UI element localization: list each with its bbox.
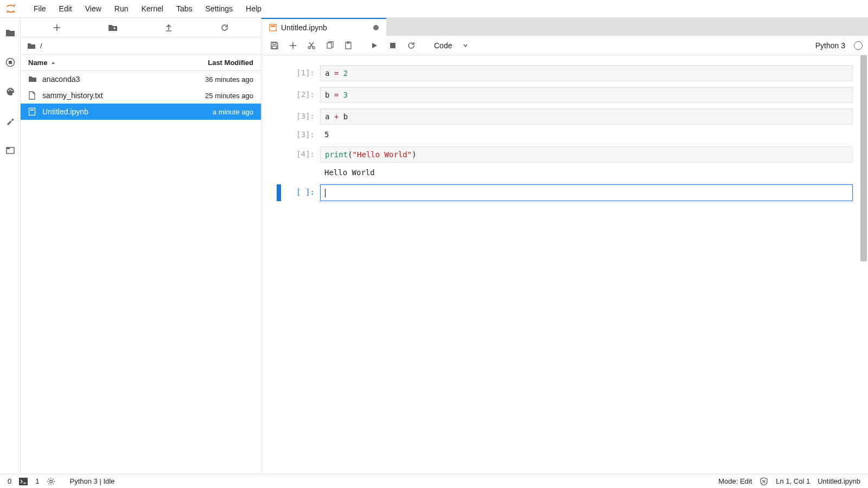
file-list-header[interactable]: Name Last Modified [21, 55, 261, 71]
file-modified: a minute ago [213, 108, 253, 116]
cell-bar [277, 87, 281, 103]
cell-prompt: [2]: [285, 87, 320, 103]
file-browser: / Name Last Modified anaconda3 36 minute… [21, 18, 261, 474]
wrench-icon[interactable] [5, 115, 16, 126]
folder-icon [28, 75, 37, 84]
menu-run[interactable]: Run [108, 1, 135, 16]
menu-help[interactable]: Help [239, 1, 268, 16]
folder-icon[interactable] [5, 28, 16, 38]
output-prompt: [3]: [285, 128, 320, 141]
palette-icon[interactable] [5, 86, 16, 97]
menu-kernel[interactable]: Kernel [135, 1, 169, 16]
column-modified: Last Modified [208, 59, 253, 67]
cell-type-select[interactable]: Code [430, 41, 473, 50]
file-icon [28, 91, 37, 100]
paste-icon[interactable] [341, 38, 356, 53]
svg-point-2 [14, 12, 15, 13]
svg-rect-11 [30, 110, 34, 111]
menu-edit[interactable]: Edit [53, 1, 79, 16]
status-terminals[interactable]: 0 [8, 477, 11, 485]
status-trust-icon[interactable] [760, 477, 768, 486]
cell-input[interactable]: a + b [320, 108, 853, 125]
scrollbar[interactable] [860, 55, 867, 474]
interrupt-icon[interactable] [385, 38, 400, 53]
status-terminal-icon[interactable] [19, 478, 28, 485]
file-modified: 25 minutes ago [205, 92, 253, 100]
svg-point-16 [308, 47, 310, 49]
cell-input[interactable]: a = 2 [320, 65, 853, 81]
tabs-icon[interactable] [5, 145, 16, 156]
status-kernel[interactable]: Python 3 | Idle [69, 477, 114, 485]
cut-icon[interactable] [304, 38, 319, 53]
cell-input[interactable] [320, 184, 853, 201]
file-row-folder[interactable]: anaconda3 36 minutes ago [21, 71, 261, 87]
status-cursor: Ln 1, Col 1 [776, 477, 810, 485]
menu-settings[interactable]: Settings [199, 1, 240, 16]
notebook-cell[interactable]: [3]:a + b [277, 108, 853, 125]
cell-output-row: [3]:5 [277, 128, 853, 141]
column-name: Name [28, 59, 47, 67]
chevron-down-icon [463, 43, 468, 48]
menu-view[interactable]: View [79, 1, 108, 16]
cell-output: 5 [320, 128, 853, 141]
svg-point-1 [7, 12, 8, 13]
save-icon[interactable] [267, 38, 282, 53]
notebook-toolbar: Code Python 3 [261, 36, 868, 55]
activity-bar [0, 18, 21, 474]
jupyter-logo [4, 2, 17, 15]
scrollbar-thumb[interactable] [860, 55, 867, 261]
cell-prompt: [1]: [285, 65, 320, 81]
menu-file[interactable]: File [27, 1, 53, 16]
tab-notebook[interactable]: Untitled.ipynb [261, 18, 386, 36]
notebook-icon [28, 107, 37, 116]
running-icon[interactable] [5, 57, 16, 68]
menubar: File Edit View Run Kernel Tabs Settings … [0, 0, 868, 18]
cell-prompt: [4]: [285, 146, 320, 163]
upload-icon[interactable] [141, 23, 197, 32]
kernel-name[interactable]: Python 3 [815, 41, 845, 50]
file-row-notebook[interactable]: Untitled.ipynb a minute ago [21, 104, 261, 120]
svg-rect-14 [273, 42, 276, 44]
new-launcher-icon[interactable] [29, 23, 85, 32]
status-kernels[interactable]: 1 [35, 477, 39, 485]
menu-tabs[interactable]: Tabs [170, 1, 199, 16]
refresh-icon[interactable] [196, 23, 252, 32]
file-name: anaconda3 [42, 75, 200, 84]
notebook-cell[interactable]: [1]:a = 2 [277, 65, 853, 81]
svg-rect-13 [271, 25, 275, 27]
cell-input[interactable]: b = 3 [320, 87, 853, 103]
file-row-text[interactable]: sammy_history.txt 25 minutes ago [21, 87, 261, 104]
tabbar: Untitled.ipynb [261, 18, 868, 36]
svg-point-0 [14, 4, 16, 6]
cell-prompt: [ ]: [285, 184, 320, 201]
notebook-cell[interactable]: [4]:print("Hello World") [277, 146, 853, 163]
notebook[interactable]: [1]:a = 2[2]:b = 3[3]:a + b[3]:5[4]:prin… [261, 55, 868, 474]
breadcrumb[interactable]: / [21, 37, 261, 55]
svg-point-17 [312, 47, 315, 49]
cell-input[interactable]: print("Hello World") [320, 146, 853, 163]
file-name: sammy_history.txt [42, 91, 200, 100]
breadcrumb-path: / [40, 42, 42, 50]
status-mode: Mode: Edit [718, 477, 752, 485]
notebook-cell[interactable]: [ ]: [277, 184, 853, 201]
svg-rect-4 [9, 61, 12, 64]
svg-rect-21 [390, 43, 395, 48]
new-folder-icon[interactable] [85, 23, 141, 32]
kernel-status-icon[interactable] [854, 41, 863, 50]
status-gear-icon[interactable] [47, 477, 55, 486]
notebook-cell[interactable]: [2]:b = 3 [277, 87, 853, 103]
copy-icon[interactable] [322, 38, 337, 53]
svg-point-5 [8, 90, 9, 91]
file-browser-toolbar [21, 18, 261, 37]
insert-cell-icon[interactable] [285, 38, 301, 53]
run-icon[interactable] [367, 38, 382, 53]
main-area: / Name Last Modified anaconda3 36 minute… [0, 18, 868, 474]
cell-output-row: Hello World [277, 166, 853, 179]
notebook-icon [269, 24, 277, 31]
statusbar: 0 1 Python 3 | Idle Mode: Edit Ln 1, Col… [0, 474, 868, 488]
cell-bar [277, 146, 281, 163]
restart-icon[interactable] [404, 38, 419, 53]
svg-point-7 [11, 90, 12, 91]
folder-icon [27, 42, 36, 50]
cell-output: Hello World [320, 166, 853, 179]
